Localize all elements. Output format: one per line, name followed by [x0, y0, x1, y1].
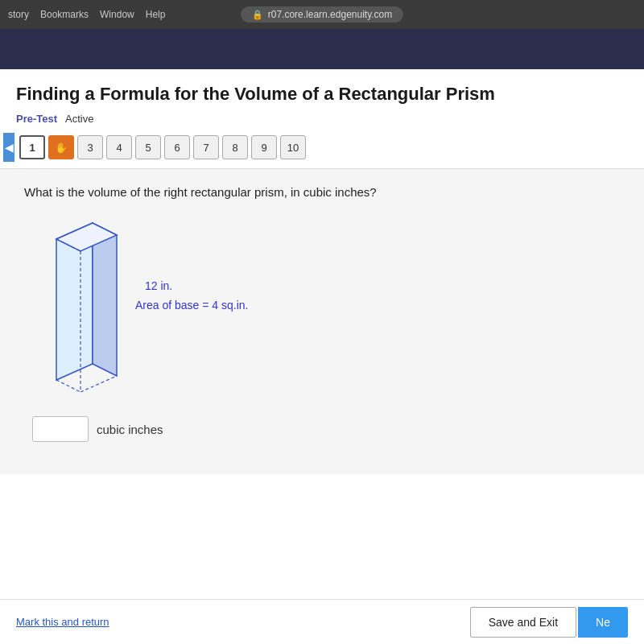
next-button[interactable]: Ne: [578, 607, 628, 638]
prism-illustration: 12 in. Area of base = 4 sq.in.: [40, 215, 620, 392]
bottom-right-actions: Save and Exit Ne: [470, 607, 628, 638]
question-num-3[interactable]: 3: [77, 135, 103, 159]
question-num-8[interactable]: 8: [222, 135, 248, 159]
app-header: [0, 29, 644, 69]
left-arrow-tab[interactable]: ◀: [3, 133, 14, 162]
lesson-title: Finding a Formula for the Volume of a Re…: [16, 84, 628, 105]
pretest-label: Pre-Test: [16, 113, 57, 125]
height-label: 12 in.: [145, 279, 248, 292]
answer-row: cubic inches: [32, 416, 620, 442]
browser-menu: story Bookmarks Window Help: [8, 9, 165, 20]
active-label: Active: [65, 113, 93, 125]
area-label: Area of base = 4 sq.in.: [135, 299, 248, 312]
menu-window[interactable]: Window: [100, 9, 134, 20]
bottom-bar: Mark this and return Save and Exit Ne: [0, 599, 644, 644]
question-num-10[interactable]: 10: [280, 135, 306, 159]
menu-story[interactable]: story: [8, 9, 29, 20]
save-exit-button[interactable]: Save and Exit: [470, 607, 576, 638]
question-num-1[interactable]: 1: [19, 135, 45, 159]
question-content: What is the volume of the right rectangu…: [0, 168, 644, 474]
menu-bookmarks[interactable]: Bookmarks: [40, 9, 89, 20]
mark-return-link[interactable]: Mark this and return: [16, 616, 109, 628]
question-num-7[interactable]: 7: [193, 135, 219, 159]
question-num-5[interactable]: 5: [135, 135, 161, 159]
question-text: What is the volume of the right rectangu…: [24, 185, 620, 199]
answer-input[interactable]: [32, 416, 89, 442]
content-area: Finding a Formula for the Volume of a Re…: [0, 69, 644, 644]
browser-chrome: story Bookmarks Window Help 🔒 r07.core.l…: [0, 0, 644, 29]
browser-url-bar[interactable]: 🔒 r07.core.learn.edgenuity.com: [241, 6, 404, 23]
lock-icon: 🔒: [252, 10, 263, 20]
question-num-2[interactable]: ✋: [48, 135, 74, 159]
question-numbers-row: ◀ 1 ✋ 3 4 5 6 7 8 9 10: [0, 130, 644, 168]
svg-line-4: [80, 376, 117, 392]
title-section: Finding a Formula for the Volume of a Re…: [0, 69, 644, 109]
question-num-9[interactable]: 9: [251, 135, 277, 159]
svg-marker-1: [93, 223, 117, 376]
svg-line-3: [56, 380, 80, 392]
pretest-bar: Pre-Test Active: [0, 109, 644, 130]
question-num-4[interactable]: 4: [106, 135, 132, 159]
menu-help[interactable]: Help: [146, 9, 166, 20]
question-num-6[interactable]: 6: [164, 135, 190, 159]
prism-svg: [40, 215, 129, 392]
answer-unit: cubic inches: [97, 423, 163, 436]
url-text: r07.core.learn.edgenuity.com: [268, 9, 393, 20]
